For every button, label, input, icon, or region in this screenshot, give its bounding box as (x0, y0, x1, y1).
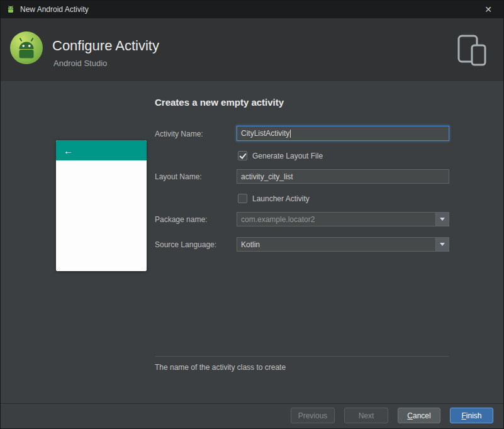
back-arrow-icon: ← (64, 145, 73, 156)
activity-name-value: CityListActivity (241, 129, 289, 138)
next-button[interactable]: Next (344, 408, 388, 423)
activity-name-input[interactable]: CityListActivity (237, 126, 449, 141)
android-icon (6, 4, 16, 14)
layout-name-value: activity_city_list (241, 172, 293, 181)
wizard-title: Configure Activity (52, 38, 159, 54)
chevron-down-icon[interactable] (435, 238, 449, 251)
generate-layout-checkbox[interactable] (238, 151, 247, 160)
window-title: New Android Activity (20, 5, 89, 14)
generate-layout-label: Generate Layout File (252, 152, 323, 160)
device-preview-icon (457, 35, 487, 66)
android-studio-logo (9, 30, 44, 65)
package-name-label: Package name: (155, 215, 207, 224)
button-bar: Previous Next Cancel Finish (1, 403, 503, 429)
launcher-activity-checkbox[interactable] (238, 194, 247, 203)
wizard-header: Configure Activity Android Studio (1, 18, 503, 81)
title-bar: New Android Activity ✕ (1, 1, 503, 18)
source-language-value: Kotlin (241, 240, 260, 249)
layout-name-input[interactable]: activity_city_list (237, 169, 449, 184)
hint-text: The name of the activity class to create (155, 363, 286, 372)
preview-appbar: ← (56, 140, 147, 160)
activity-preview-thumbnail: ← (56, 140, 147, 271)
activity-name-label: Activity Name: (155, 130, 203, 138)
page-title: Creates a new empty activity (155, 97, 284, 108)
text-caret (290, 130, 291, 138)
hint-divider (155, 356, 449, 357)
preview-body (56, 160, 147, 271)
source-language-label: Source Language: (155, 240, 216, 249)
cancel-button[interactable]: Cancel (398, 408, 440, 423)
source-language-dropdown[interactable]: Kotlin (237, 237, 449, 252)
chevron-down-icon[interactable] (435, 213, 449, 226)
package-name-combobox[interactable]: com.example.locator2 (237, 212, 449, 226)
launcher-activity-label: Launcher Activity (252, 194, 310, 203)
close-icon[interactable]: ✕ (479, 1, 497, 18)
wizard-subtitle: Android Studio (53, 58, 107, 68)
previous-button[interactable]: Previous (291, 408, 335, 423)
package-name-value: com.example.locator2 (241, 215, 315, 224)
layout-name-label: Layout Name: (155, 172, 202, 181)
finish-button[interactable]: Finish (450, 408, 493, 423)
new-android-activity-dialog: New Android Activity ✕ Configure Activit… (0, 0, 504, 429)
wizard-content: Creates a new empty activity ← Activity … (1, 81, 503, 403)
